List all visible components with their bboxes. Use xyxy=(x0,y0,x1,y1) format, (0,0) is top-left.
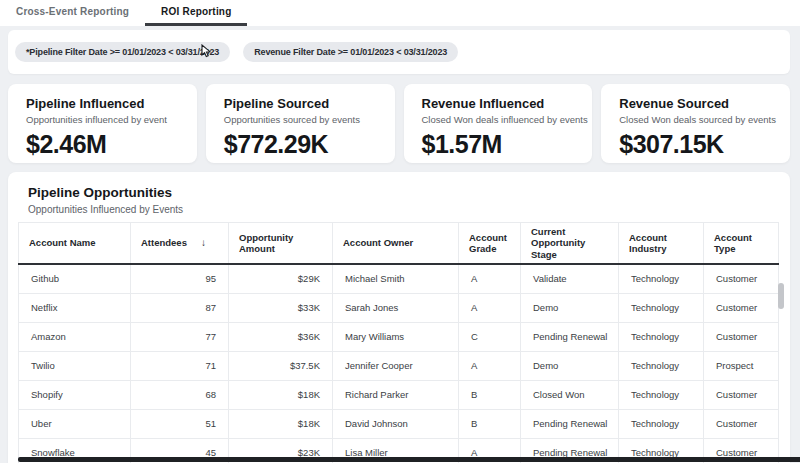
table-cell: Amazon xyxy=(19,322,131,351)
pipeline-opportunities-card: Pipeline Opportunities Opportunities Inf… xyxy=(8,172,790,463)
table-cell: Github xyxy=(19,264,131,293)
table-body: Github95$29KMichael SmithAValidateTechno… xyxy=(19,264,779,463)
table-title: Pipeline Opportunities xyxy=(28,185,790,200)
table-cell: 77 xyxy=(131,322,229,351)
table-cell: Customer xyxy=(704,409,779,438)
table-cell: Prospect xyxy=(704,351,779,380)
table-cell: Customer xyxy=(704,293,779,322)
table-cell: 51 xyxy=(131,409,229,438)
window-bottom-edge xyxy=(18,457,800,462)
table-cell: Uber xyxy=(19,409,131,438)
table-row[interactable]: Amazon77$36KMary WilliamsCPending Renewa… xyxy=(19,322,779,351)
table-cell: C xyxy=(459,322,521,351)
revenue-filter-date-pill[interactable]: Revenue Filter Date >= 01/01/2023 < 03/3… xyxy=(243,42,458,62)
table-cell: $18K xyxy=(229,380,333,409)
column-header-account-owner[interactable]: Account Owner xyxy=(333,223,459,265)
column-header-opportunity-amount[interactable]: Opportunity Amount xyxy=(229,223,333,265)
pipeline-opportunities-table: Account Name Attendees↓ Opportunity Amou… xyxy=(18,222,779,463)
kpi-card-row: Pipeline Influenced Opportunities influe… xyxy=(8,84,790,163)
table-cell: Richard Parker xyxy=(333,380,459,409)
column-header-account-industry[interactable]: Account Industry xyxy=(619,223,704,265)
table-row[interactable]: Github95$29KMichael SmithAValidateTechno… xyxy=(19,264,779,293)
table-cell: Mary Williams xyxy=(333,322,459,351)
table-cell: Demo xyxy=(521,351,619,380)
table-cell: A xyxy=(459,293,521,322)
table-cell: Pending Renewal xyxy=(521,322,619,351)
table-cell: $36K xyxy=(229,322,333,351)
table-cell: 68 xyxy=(131,380,229,409)
table-cell: David Johnson xyxy=(333,409,459,438)
table-cell: A xyxy=(459,351,521,380)
column-header-account-grade[interactable]: Account Grade xyxy=(459,223,521,265)
kpi-card-revenue-sourced: Revenue Sourced Closed Won deals sourced… xyxy=(601,84,790,163)
table-row[interactable]: Uber51$18KDavid JohnsonBPending RenewalT… xyxy=(19,409,779,438)
kpi-card-pipeline-sourced: Pipeline Sourced Opportunities sourced b… xyxy=(206,84,395,163)
kpi-subtitle: Closed Won deals influenced by events xyxy=(422,114,583,125)
table-cell: Netflix xyxy=(19,293,131,322)
kpi-value: $2.46M xyxy=(26,130,187,159)
pipeline-filter-date-pill[interactable]: *Pipeline Filter Date >= 01/01/2023 < 03… xyxy=(15,42,230,62)
table-cell: Jennifer Cooper xyxy=(333,351,459,380)
table-cell: Sarah Jones xyxy=(333,293,459,322)
table-cell: 71 xyxy=(131,351,229,380)
column-header-attendees[interactable]: Attendees↓ xyxy=(131,223,229,265)
table-cell: Technology xyxy=(619,264,704,293)
table-cell: A xyxy=(459,264,521,293)
tab-roi-reporting[interactable]: ROI Reporting xyxy=(145,0,247,26)
table-subtitle: Opportunities Influenced by Events xyxy=(28,204,790,215)
table-cell: 87 xyxy=(131,293,229,322)
top-tab-bar: Cross-Event Reporting ROI Reporting xyxy=(0,0,800,26)
kpi-title: Pipeline Sourced xyxy=(224,96,385,111)
table-cell: $29K xyxy=(229,264,333,293)
table-cell: Technology xyxy=(619,351,704,380)
table-cell: 95 xyxy=(131,264,229,293)
table-cell: Demo xyxy=(521,293,619,322)
table-cell: Customer xyxy=(704,380,779,409)
table-cell: Customer xyxy=(704,264,779,293)
kpi-value: $772.29K xyxy=(224,130,385,159)
column-header-label: Attendees xyxy=(141,237,187,248)
table-row[interactable]: Netflix87$33KSarah JonesADemoTechnologyC… xyxy=(19,293,779,322)
column-header-current-opportunity-stage[interactable]: Current Opportunity Stage xyxy=(521,223,619,265)
table-cell: $37.5K xyxy=(229,351,333,380)
table-cell: Pending Renewal xyxy=(521,409,619,438)
kpi-value: $307.15K xyxy=(619,130,780,159)
table-cell: Twilio xyxy=(19,351,131,380)
table-cell: $18K xyxy=(229,409,333,438)
table-row[interactable]: Twilio71$37.5KJennifer CooperADemoTechno… xyxy=(19,351,779,380)
table-cell: Technology xyxy=(619,380,704,409)
sort-descending-icon: ↓ xyxy=(201,237,206,248)
kpi-title: Pipeline Influenced xyxy=(26,96,187,111)
kpi-card-revenue-influenced: Revenue Influenced Closed Won deals infl… xyxy=(404,84,593,163)
tab-cross-event-reporting[interactable]: Cross-Event Reporting xyxy=(0,0,145,26)
table-header-row: Account Name Attendees↓ Opportunity Amou… xyxy=(19,223,779,265)
table-scrollbar-thumb[interactable] xyxy=(778,283,784,309)
filter-bar: *Pipeline Filter Date >= 01/01/2023 < 03… xyxy=(8,30,790,74)
kpi-subtitle: Closed Won deals sourced by events xyxy=(619,114,780,125)
table-cell: Customer xyxy=(704,322,779,351)
table-cell: B xyxy=(459,409,521,438)
table-cell: B xyxy=(459,380,521,409)
table-cell: Shopify xyxy=(19,380,131,409)
kpi-card-pipeline-influenced: Pipeline Influenced Opportunities influe… xyxy=(8,84,197,163)
kpi-title: Revenue Sourced xyxy=(619,96,780,111)
table-cell: Michael Smith xyxy=(333,264,459,293)
kpi-value: $1.57M xyxy=(422,130,583,159)
column-header-account-name[interactable]: Account Name xyxy=(19,223,131,265)
kpi-subtitle: Opportunities sourced by events xyxy=(224,114,385,125)
table-cell: Technology xyxy=(619,409,704,438)
table-cell: $33K xyxy=(229,293,333,322)
table-row[interactable]: Shopify68$18KRichard ParkerBClosed WonTe… xyxy=(19,380,779,409)
kpi-subtitle: Opportunities influenced by event xyxy=(26,114,187,125)
column-header-account-type[interactable]: Account Type xyxy=(704,223,779,265)
kpi-title: Revenue Influenced xyxy=(422,96,583,111)
table-cell: Technology xyxy=(619,293,704,322)
table-cell: Technology xyxy=(619,322,704,351)
table-cell: Validate xyxy=(521,264,619,293)
table-cell: Closed Won xyxy=(521,380,619,409)
